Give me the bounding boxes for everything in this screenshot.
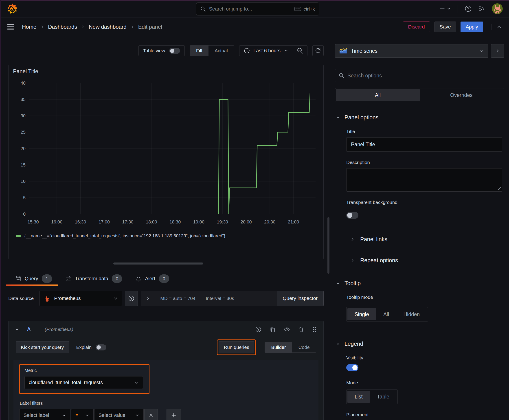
search-icon: [339, 73, 344, 78]
datasource-help-button[interactable]: [125, 291, 138, 306]
operator-dropdown[interactable]: =: [71, 409, 94, 420]
chevron-right-icon: [350, 237, 354, 241]
panel-edit-main: Table view Fill Actual Last 6 hours: [0, 36, 332, 420]
legend-series-swatch[interactable]: [16, 235, 21, 237]
news-rss-icon[interactable]: [479, 5, 485, 12]
toggle-knob: [170, 49, 174, 53]
tab-overrides[interactable]: Overrides: [420, 89, 503, 101]
select-value-dropdown[interactable]: Select value: [94, 409, 144, 420]
help-icon[interactable]: [464, 5, 472, 12]
options-search-input[interactable]: [347, 73, 500, 79]
legend-mode-label: Mode: [346, 380, 509, 385]
global-search[interactable]: ctrl+k: [196, 2, 319, 15]
legend-series-label[interactable]: {__name__="cloudflared_tunnel_total_requ…: [24, 233, 225, 239]
hide-response-eye-icon[interactable]: [283, 326, 290, 332]
tab-transform-data[interactable]: Transform data 0: [66, 274, 122, 283]
new-menu-button[interactable]: [439, 6, 451, 12]
metric-select[interactable]: cloudflared_tunnel_total_requests: [24, 376, 143, 389]
edit-actions: Discard Save Apply: [403, 22, 502, 32]
svg-text:17:30: 17:30: [122, 219, 133, 224]
transparent-background-toggle[interactable]: [346, 212, 358, 219]
panel-title-input[interactable]: [346, 137, 502, 152]
tooltip-mode-all[interactable]: All: [376, 308, 396, 320]
add-filter-button[interactable]: [167, 409, 181, 420]
run-queries-button[interactable]: Run queries: [219, 341, 254, 353]
builder-code-switch: Builder Code: [265, 342, 316, 353]
code-option[interactable]: Code: [292, 342, 316, 352]
datasource-picker[interactable]: Prometheus: [39, 291, 122, 306]
query-ref-id[interactable]: A: [27, 326, 31, 332]
tab-query-count: 1: [42, 274, 52, 283]
fill-actual-switch: Fill Actual: [190, 45, 234, 56]
explain-toggle[interactable]: [96, 344, 106, 351]
tooltip-mode-hidden[interactable]: Hidden: [396, 308, 427, 320]
table-view-toggle[interactable]: [169, 48, 180, 54]
run-queries-highlight-annotation: Run queries: [217, 339, 256, 355]
interval-summary: Interval = 30s: [206, 296, 234, 301]
refresh-button[interactable]: [312, 45, 324, 56]
remove-query-trash-icon[interactable]: [298, 326, 304, 332]
menu-toggle-icon[interactable]: [7, 23, 14, 30]
panel-title[interactable]: Panel Title: [13, 68, 319, 75]
chevron-down-icon[interactable]: [15, 327, 19, 332]
select-label-placeholder: Select label: [23, 412, 49, 418]
legend-visibility-toggle[interactable]: [346, 364, 358, 371]
legend-mode-list[interactable]: List: [347, 391, 370, 403]
kick-start-query-button[interactable]: Kick start your query: [16, 341, 69, 353]
open-viz-picker-button[interactable]: [491, 44, 504, 58]
user-avatar[interactable]: [492, 3, 503, 14]
collapse-options-pane-button[interactable]: [491, 24, 502, 30]
visualization-picker[interactable]: Time series: [335, 44, 488, 58]
metric-value: cloudflared_tunnel_total_requests: [29, 380, 103, 385]
fill-option[interactable]: Fill: [190, 45, 208, 56]
chevron-right-icon: [146, 296, 150, 300]
section-panel-options[interactable]: Panel options: [336, 114, 509, 121]
time-series-chart[interactable]: 051015202530354015:3016:0016:3017:0017:3…: [13, 76, 318, 233]
tab-query[interactable]: Query 1: [15, 274, 52, 283]
zoom-out-time-button[interactable]: [293, 45, 307, 56]
section-legend[interactable]: Legend: [336, 341, 509, 347]
actual-option[interactable]: Actual: [208, 45, 234, 56]
query-row-header[interactable]: A (Prometheus): [8, 321, 323, 338]
clock-icon: [244, 48, 250, 54]
discard-button[interactable]: Discard: [403, 22, 430, 32]
drag-handle-icon[interactable]: [312, 326, 317, 332]
datasource-name: Prometheus: [54, 295, 81, 301]
help-circle-icon: [128, 295, 134, 301]
label-filters-label: Label filters: [20, 401, 313, 406]
panel-description-textarea[interactable]: [346, 168, 502, 192]
pane-resize-handle[interactable]: [113, 262, 203, 264]
tab-alert[interactable]: Alert 0: [136, 274, 169, 283]
builder-option[interactable]: Builder: [265, 342, 292, 352]
tooltip-mode-single[interactable]: Single: [347, 308, 376, 320]
time-range-picker[interactable]: Last 6 hours: [239, 48, 293, 54]
textarea-resize-handle[interactable]: [498, 187, 501, 190]
panel-links-section[interactable]: Panel links: [350, 229, 509, 250]
options-search[interactable]: [335, 69, 504, 82]
breadcrumb-new-dashboard[interactable]: New dashboard: [89, 24, 126, 30]
window-top-edge: [0, 0, 509, 1]
select-label-dropdown[interactable]: Select label: [19, 409, 70, 420]
apply-button[interactable]: Apply: [461, 22, 483, 32]
legend-mode-table[interactable]: Table: [370, 391, 396, 403]
repeat-options-section[interactable]: Repeat options: [350, 250, 509, 271]
transform-icon: [66, 276, 71, 282]
section-tooltip[interactable]: Tooltip: [336, 280, 509, 286]
remove-filter-button[interactable]: [144, 409, 158, 420]
tab-all-options[interactable]: All: [336, 89, 420, 101]
query-options-summary[interactable]: MD = auto = 704 Interval = 30s Query ins…: [141, 291, 324, 306]
help-circle-icon[interactable]: [255, 326, 261, 332]
table-view-label: Table view: [143, 48, 165, 53]
duplicate-query-icon[interactable]: [270, 326, 275, 332]
save-button[interactable]: Save: [434, 22, 456, 32]
breadcrumb-dashboards[interactable]: Dashboards: [48, 24, 77, 30]
section-divider: [332, 271, 509, 271]
breadcrumb-home[interactable]: Home: [22, 24, 36, 30]
select-value-placeholder: Select value: [99, 412, 125, 418]
chevron-right-icon: [131, 25, 134, 29]
tab-alert-label: Alert: [145, 276, 155, 282]
query-inspector-button[interactable]: Query inspector: [277, 291, 324, 306]
grafana-logo-icon[interactable]: [6, 3, 18, 15]
global-search-input[interactable]: [209, 6, 291, 12]
vertical-scrollbar[interactable]: [327, 217, 329, 274]
